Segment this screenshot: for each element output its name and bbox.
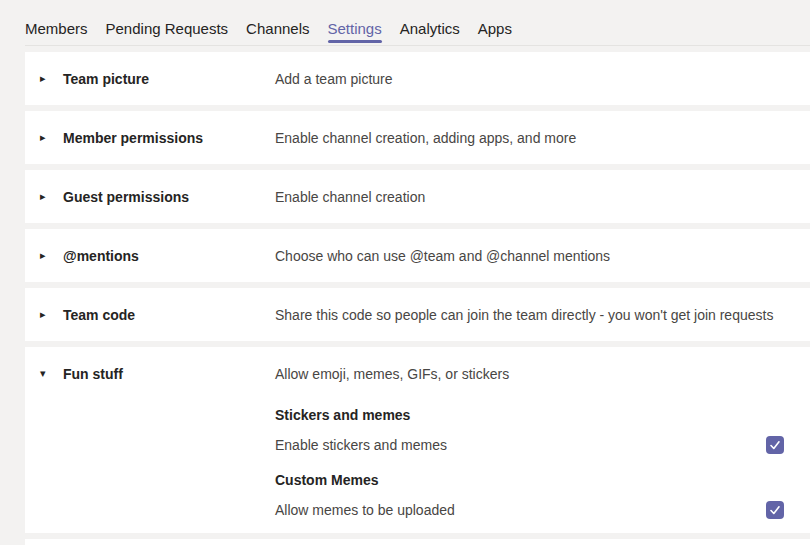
- tab-label: Members: [25, 20, 88, 37]
- active-tab-underline: [328, 40, 382, 43]
- section-header-mentions[interactable]: ▸@mentionsChoose who can use @team and @…: [25, 229, 810, 282]
- detail-label: Allow memes to be uploaded: [275, 500, 455, 520]
- tab-label: Pending Requests: [106, 20, 229, 37]
- checkmark-icon: [769, 504, 781, 516]
- checkbox-enable-stickers-and-memes[interactable]: [766, 436, 784, 454]
- tab-label: Apps: [478, 20, 512, 37]
- tab-settings[interactable]: Settings: [328, 20, 382, 38]
- chevron-right-icon: ▸: [25, 131, 63, 144]
- checkbox-allow-memes-to-be-uploaded[interactable]: [766, 501, 784, 519]
- chevron-right-icon: ▸: [25, 308, 63, 321]
- tab-divider: [25, 45, 810, 46]
- settings-sections: ▸Team pictureAdd a team picture▸Member p…: [25, 52, 810, 533]
- chevron-right-icon: ▸: [25, 249, 63, 262]
- section-header-guest-permissions[interactable]: ▸Guest permissionsEnable channel creatio…: [25, 170, 810, 223]
- section-description: Enable channel creation, adding apps, an…: [275, 130, 576, 146]
- team-settings-page: MembersPending RequestsChannelsSettingsA…: [0, 20, 810, 545]
- tab-bar: MembersPending RequestsChannelsSettingsA…: [25, 20, 810, 38]
- detail-toggle-allow-memes-to-be-uploaded: Allow memes to be uploaded: [275, 500, 810, 520]
- section-title: Team code: [63, 307, 275, 323]
- tab-members[interactable]: Members: [25, 20, 88, 38]
- section-title: Team picture: [63, 71, 275, 87]
- settings-row-mentions: ▸@mentionsChoose who can use @team and @…: [25, 229, 810, 282]
- section-description: Share this code so people can join the t…: [275, 307, 773, 323]
- section-title: Member permissions: [63, 130, 275, 146]
- tab-label: Channels: [246, 20, 309, 37]
- chevron-right-icon: ▸: [25, 190, 63, 203]
- section-header-member-permissions[interactable]: ▸Member permissionsEnable channel creati…: [25, 111, 810, 164]
- settings-row-guest-permissions: ▸Guest permissionsEnable channel creatio…: [25, 170, 810, 223]
- section-description: Choose who can use @team and @channel me…: [275, 248, 610, 264]
- settings-row-partial[interactable]: [25, 539, 810, 545]
- section-title: Fun stuff: [63, 366, 275, 382]
- settings-row-team-code: ▸Team codeShare this code so people can …: [25, 288, 810, 341]
- tab-apps[interactable]: Apps: [478, 20, 512, 38]
- section-description: Enable channel creation: [275, 189, 425, 205]
- section-header-team-picture[interactable]: ▸Team pictureAdd a team picture: [25, 52, 810, 105]
- settings-row-member-permissions: ▸Member permissionsEnable channel creati…: [25, 111, 810, 164]
- detail-toggle-enable-stickers-and-memes: Enable stickers and memes: [275, 435, 810, 455]
- section-title: Guest permissions: [63, 189, 275, 205]
- chevron-down-icon: ▾: [25, 367, 63, 380]
- tab-analytics[interactable]: Analytics: [400, 20, 460, 38]
- tab-label: Analytics: [400, 20, 460, 37]
- section-header-team-code[interactable]: ▸Team codeShare this code so people can …: [25, 288, 810, 341]
- section-description: Add a team picture: [275, 71, 393, 87]
- tab-pending-requests[interactable]: Pending Requests: [106, 20, 229, 38]
- checkmark-icon: [769, 439, 781, 451]
- tab-channels[interactable]: Channels: [246, 20, 309, 38]
- tab-label: Settings: [328, 20, 382, 37]
- detail-label: Enable stickers and memes: [275, 435, 447, 455]
- detail-subheading-stickers-and-memes: Stickers and memes: [275, 405, 810, 425]
- section-header-fun-stuff[interactable]: ▾Fun stuffAllow emoji, memes, GIFs, or s…: [25, 347, 810, 400]
- section-description: Allow emoji, memes, GIFs, or stickers: [275, 366, 509, 382]
- chevron-right-icon: ▸: [25, 72, 63, 85]
- section-details-fun-stuff: Stickers and memesEnable stickers and me…: [25, 405, 810, 533]
- detail-subheading-custom-memes: Custom Memes: [275, 470, 810, 490]
- settings-row-team-picture: ▸Team pictureAdd a team picture: [25, 52, 810, 105]
- section-title: @mentions: [63, 248, 275, 264]
- settings-row-fun-stuff: ▾Fun stuffAllow emoji, memes, GIFs, or s…: [25, 347, 810, 533]
